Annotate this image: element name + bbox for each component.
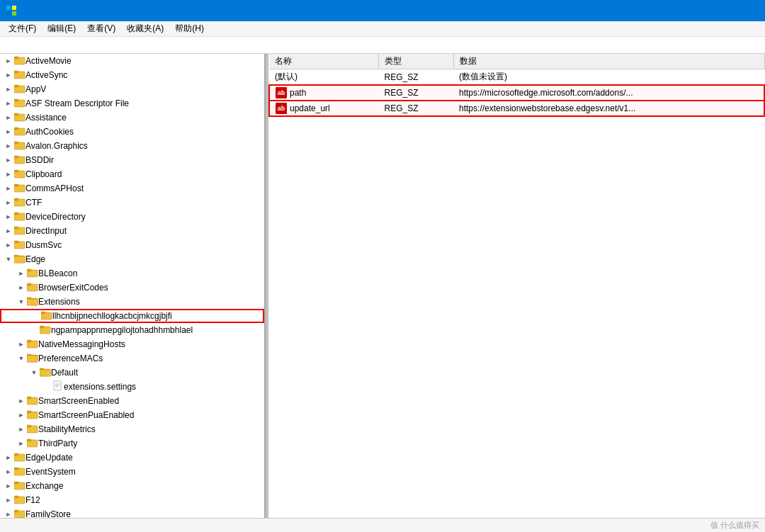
svg-rect-69 — [14, 468, 18, 470]
tree-item[interactable]: ► F12 — [0, 493, 264, 507]
close-button[interactable] — [732, 0, 765, 21]
tree-item[interactable]: ► ThirdParty — [0, 436, 264, 451]
tree-item-label: ASF Stream Descriptor File — [26, 98, 129, 108]
tree-item[interactable]: ► DirectInput — [0, 224, 264, 238]
tree-item-label: BSDDir — [26, 155, 54, 165]
tree-item-label: BrowserExitCodes — [38, 283, 108, 293]
tree-item[interactable]: ▼ Default — [0, 366, 264, 380]
folder-icon — [14, 480, 26, 493]
tree-item-label: EventSystem — [26, 467, 76, 477]
tree-item[interactable]: ▼ Extensions — [0, 295, 264, 309]
status-bar: 值 什么值得买 — [0, 518, 765, 532]
folder-icon — [14, 253, 26, 266]
menu-item[interactable]: 帮助(H) — [169, 21, 210, 36]
svg-rect-73 — [14, 496, 18, 498]
folder-icon — [14, 69, 26, 82]
menu-item[interactable]: 编辑(E) — [42, 21, 81, 36]
watermark-text: 值 什么值得买 — [710, 520, 759, 531]
registry-panel[interactable]: 名称 类型 数据 (默认)REG_SZ(数值未设置)abpathREG_SZht… — [268, 54, 765, 518]
svg-rect-75 — [14, 510, 18, 512]
svg-rect-3 — [12, 11, 16, 16]
tree-item[interactable]: ► NativeMessagingHosts — [0, 337, 264, 351]
tree-item[interactable]: ▼ Edge — [0, 252, 264, 266]
folder-icon — [27, 437, 38, 451]
tree-item[interactable]: ► BLBeacon — [0, 266, 264, 281]
tree-item[interactable]: ► EventSystem — [0, 465, 264, 479]
col-header-name: 名称 — [269, 54, 379, 69]
tree-item-label: SmartScreenPuaEnabled — [38, 410, 134, 420]
tree-item[interactable]: ► BrowserExitCodes — [0, 281, 264, 295]
title-bar-left — [6, 5, 21, 16]
tree-item-label: Extensions — [38, 297, 80, 307]
tree-item[interactable]: extensions.settings — [0, 380, 264, 394]
tree-item[interactable]: ► Assistance — [0, 111, 264, 125]
tree-panel[interactable]: ► ActiveMovie► ActiveSync► AppV► ASF Str… — [0, 54, 266, 518]
tree-item[interactable]: ► AppV — [0, 82, 264, 96]
svg-rect-45 — [40, 326, 44, 328]
svg-rect-9 — [14, 85, 18, 87]
svg-rect-11 — [14, 99, 18, 101]
tree-item[interactable]: ► Exchange — [0, 479, 264, 493]
svg-rect-36 — [27, 269, 31, 271]
tree-item[interactable]: ► DusmSvc — [0, 238, 264, 252]
tree-item-label: ThirdParty — [38, 438, 77, 448]
tree-item[interactable]: ► FamilyStore — [0, 507, 264, 518]
tree-item[interactable]: ► ActiveMovie — [0, 54, 264, 68]
tree-item[interactable]: ► AuthCookies — [0, 125, 264, 139]
folder-icon — [27, 295, 38, 309]
tree-item[interactable]: ► Avalon.Graphics — [0, 139, 264, 153]
col-header-type: 类型 — [379, 54, 454, 69]
reg-string-icon: ab — [276, 87, 287, 98]
tree-item[interactable]: ► SmartScreenPuaEnabled — [0, 408, 264, 422]
tree-item[interactable]: ► StabilityMetrics — [0, 422, 264, 436]
folder-icon — [14, 55, 26, 68]
menu-item[interactable]: 查看(V) — [81, 21, 121, 36]
minimize-button[interactable] — [667, 0, 700, 21]
folder-icon — [40, 324, 51, 337]
svg-rect-19 — [14, 156, 18, 158]
tree-item[interactable]: ► ASF Stream Descriptor File — [0, 96, 264, 111]
maximize-button[interactable] — [700, 0, 732, 21]
tree-item-label: AppV — [26, 84, 46, 94]
folder-icon — [14, 125, 26, 139]
tree-item-label: llhcnbijpnechllogkacbcjmkcgjbjfi — [52, 311, 172, 321]
svg-rect-31 — [14, 241, 18, 243]
tree-item[interactable]: ► DeviceDirectory — [0, 210, 264, 224]
tree-item-label: DusmSvc — [26, 240, 62, 250]
table-row[interactable]: abpathREG_SZhttps://microsoftedge.micros… — [269, 85, 764, 101]
registry-name-text: path — [290, 88, 306, 98]
tree-item[interactable]: ► ActiveSync — [0, 68, 264, 82]
svg-rect-2 — [6, 11, 11, 16]
registry-name-cell: (默认) — [269, 69, 379, 86]
tree-item[interactable]: ► Clipboard — [0, 167, 264, 181]
svg-rect-71 — [14, 482, 18, 484]
registry-name-cell: abpath — [269, 85, 379, 101]
tree-item[interactable]: ► SmartScreenEnabled — [0, 394, 264, 408]
tree-item-label: ngpampappnmepgilojtohadhhmbhlael — [51, 325, 193, 335]
table-row[interactable]: abupdate_urlREG_SZhttps://extensionwebst… — [269, 101, 764, 116]
tree-item[interactable]: ngpampappnmepgilojtohadhhmbhlael — [0, 323, 264, 337]
registry-name-text: (默认) — [275, 71, 298, 83]
svg-rect-54 — [54, 381, 61, 390]
tree-item[interactable]: ► EdgeUpdate — [0, 451, 264, 465]
tree-item[interactable]: llhcnbijpnechllogkacbcjmkcgjbjfi — [0, 309, 264, 323]
registry-data-cell: https://microsoftedge.microsoft.com/addo… — [453, 85, 764, 101]
svg-rect-59 — [27, 397, 31, 399]
title-bar — [0, 0, 765, 21]
tree-item[interactable]: ► CTF — [0, 196, 264, 210]
tree-item-label: extensions.settings — [64, 382, 136, 392]
tree-item[interactable]: ▼ PreferenceMACs — [0, 351, 264, 366]
menu-item[interactable]: 文件(F) — [3, 21, 42, 36]
svg-rect-17 — [14, 142, 18, 144]
tree-item-label: NativeMessagingHosts — [38, 339, 125, 349]
svg-rect-50 — [27, 356, 38, 362]
tree-item[interactable]: ► BSDDir — [0, 153, 264, 167]
tree-item-label: Assistance — [26, 113, 67, 123]
table-row[interactable]: (默认)REG_SZ(数值未设置) — [269, 69, 764, 86]
tree-item-label: Clipboard — [26, 169, 62, 179]
tree-item-label: PreferenceMACs — [38, 353, 103, 363]
tree-item[interactable]: ► CommsAPHost — [0, 181, 264, 196]
menu-item[interactable]: 收藏夹(A) — [121, 21, 169, 36]
svg-rect-43 — [41, 312, 45, 314]
folder-icon — [27, 409, 38, 422]
